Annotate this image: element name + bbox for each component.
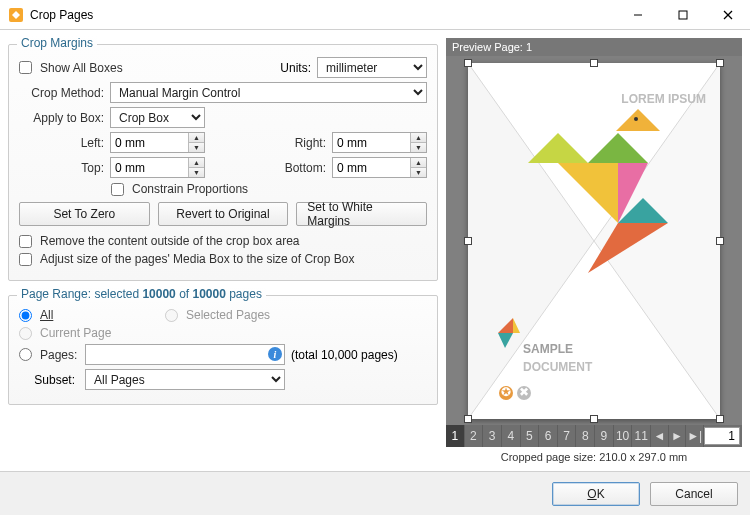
svg-rect-2 (679, 11, 687, 19)
left-spinner[interactable]: ▲▼ (110, 132, 205, 153)
pager-page[interactable]: 8 (576, 425, 595, 447)
svg-text:✪: ✪ (501, 385, 511, 399)
radio-selected-pages[interactable]: Selected Pages (165, 308, 270, 322)
pager-next-icon[interactable]: ► (669, 425, 687, 447)
pager-input[interactable] (704, 427, 740, 445)
pages-total-label: (total 10,000 pages) (291, 348, 398, 362)
svg-text:✖: ✖ (519, 385, 529, 399)
radio-pages[interactable]: Pages: (19, 348, 79, 362)
right-input[interactable] (333, 133, 410, 152)
adjust-mediabox-checkbox[interactable]: Adjust size of the pages' Media Box to t… (19, 252, 354, 266)
pager-page[interactable]: 5 (521, 425, 540, 447)
pager-page[interactable]: 9 (595, 425, 614, 447)
preview-body: LOREM IPSUM SAMPLE DOCUMENT ✪ ✖ (446, 56, 742, 425)
svg-text:DOCUMENT: DOCUMENT (523, 360, 593, 374)
pager-page[interactable]: 4 (502, 425, 521, 447)
radio-pages-label: Pages: (40, 348, 77, 362)
remove-outside-checkbox[interactable]: Remove the content outside of the crop b… (19, 234, 300, 248)
svg-text:LOREM IPSUM: LOREM IPSUM (621, 92, 706, 106)
pager-page[interactable]: 10 (614, 425, 633, 447)
pages-input[interactable] (85, 344, 285, 365)
minimize-button[interactable] (615, 0, 660, 29)
units-label: Units: (280, 61, 311, 75)
radio-all-label: All (40, 308, 53, 322)
top-label: Top: (19, 161, 104, 175)
info-icon[interactable]: i (268, 347, 282, 361)
radio-current-page[interactable]: Current Page (19, 326, 111, 340)
right-spinner[interactable]: ▲▼ (332, 132, 427, 153)
preview-page[interactable]: LOREM IPSUM SAMPLE DOCUMENT ✪ ✖ (468, 63, 720, 419)
page-range-group: Page Range: selected 10000 of 10000 page… (8, 295, 438, 405)
spin-up-icon[interactable]: ▲ (411, 133, 426, 143)
radio-current-page-label: Current Page (40, 326, 111, 340)
bottom-label: Bottom: (276, 161, 326, 175)
svg-point-17 (634, 117, 638, 121)
left-label: Left: (19, 136, 104, 150)
right-label: Right: (276, 136, 326, 150)
radio-selected-pages-label: Selected Pages (186, 308, 270, 322)
preview-pager: 1 2 3 4 5 6 7 8 9 10 11 ◄ ► ►| (446, 425, 742, 447)
remove-outside-label: Remove the content outside of the crop b… (40, 234, 300, 248)
units-select[interactable]: millimeter (317, 57, 427, 78)
cancel-button[interactable]: Cancel (650, 482, 738, 506)
crop-method-label: Crop Method: (19, 86, 104, 100)
pager-page[interactable]: 1 (446, 425, 465, 447)
top-spinner[interactable]: ▲▼ (110, 157, 205, 178)
show-all-boxes-label: Show All Boxes (40, 61, 123, 75)
spin-down-icon[interactable]: ▼ (189, 168, 204, 177)
apply-to-box-label: Apply to Box: (19, 111, 104, 125)
adjust-mediabox-label: Adjust size of the pages' Media Box to t… (40, 252, 354, 266)
set-to-zero-button[interactable]: Set To Zero (19, 202, 150, 226)
window-title: Crop Pages (30, 8, 615, 22)
top-input[interactable] (111, 158, 188, 177)
pager-page[interactable]: 11 (632, 425, 651, 447)
crop-margins-legend: Crop Margins (17, 36, 97, 50)
crop-margins-group: Crop Margins Show All Boxes Units: milli… (8, 44, 438, 281)
radio-all[interactable]: All (19, 308, 159, 322)
crop-method-select[interactable]: Manual Margin Control (110, 82, 427, 103)
constrain-label: Constrain Proportions (132, 182, 248, 196)
subset-label: Subset: (19, 373, 79, 387)
constrain-proportions-checkbox[interactable]: Constrain Proportions (111, 182, 248, 196)
spin-up-icon[interactable]: ▲ (189, 133, 204, 143)
revert-to-original-button[interactable]: Revert to Original (158, 202, 289, 226)
preview-panel: Preview Page: 1 (446, 38, 742, 463)
app-icon (8, 7, 24, 23)
spin-down-icon[interactable]: ▼ (411, 143, 426, 152)
spin-up-icon[interactable]: ▲ (189, 158, 204, 168)
bottom-spinner[interactable]: ▲▼ (332, 157, 427, 178)
pager-last-icon[interactable]: ►| (686, 425, 704, 447)
page-range-legend: Page Range: selected 10000 of 10000 page… (17, 287, 266, 301)
left-input[interactable] (111, 133, 188, 152)
cropped-size-label: Cropped page size: 210.0 x 297.0 mm (446, 447, 742, 463)
bottom-input[interactable] (333, 158, 410, 177)
spin-up-icon[interactable]: ▲ (411, 158, 426, 168)
dialog-button-bar: OK Cancel (0, 471, 750, 515)
set-to-white-margins-button[interactable]: Set to White Margins (296, 202, 427, 226)
preview-header: Preview Page: 1 (446, 38, 742, 56)
apply-to-box-select[interactable]: Crop Box (110, 107, 205, 128)
pager-page[interactable]: 2 (465, 425, 484, 447)
pager-page[interactable]: 7 (558, 425, 577, 447)
pager-prev-icon[interactable]: ◄ (651, 425, 669, 447)
document-artwork: LOREM IPSUM SAMPLE DOCUMENT ✪ ✖ (468, 63, 720, 419)
spin-down-icon[interactable]: ▼ (411, 168, 426, 177)
spin-down-icon[interactable]: ▼ (189, 143, 204, 152)
maximize-button[interactable] (660, 0, 705, 29)
ok-button[interactable]: OK (552, 482, 640, 506)
pager-page[interactable]: 6 (539, 425, 558, 447)
svg-text:SAMPLE: SAMPLE (523, 342, 573, 356)
close-button[interactable] (705, 0, 750, 29)
titlebar: Crop Pages (0, 0, 750, 30)
subset-select[interactable]: All Pages (85, 369, 285, 390)
show-all-boxes-checkbox[interactable]: Show All Boxes (19, 61, 123, 75)
pager-page[interactable]: 3 (483, 425, 502, 447)
